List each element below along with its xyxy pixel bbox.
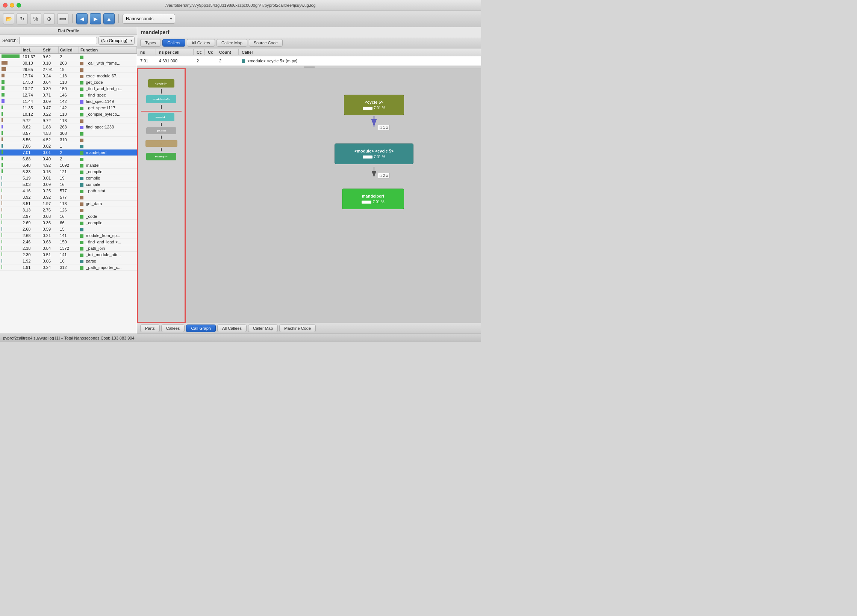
func-icon: [80, 88, 84, 91]
table-row[interactable]: 8.57 4.53 308: [0, 130, 137, 137]
mini-node-mandelperf: mandelperf: [146, 153, 176, 161]
table-row[interactable]: 2.68 0.59 15: [0, 226, 137, 233]
row-called: 19: [58, 175, 79, 181]
search-input[interactable]: [19, 37, 97, 44]
table-row[interactable]: 13.27 0.39 150 _find_and_load_u...: [0, 86, 137, 92]
table-row[interactable]: 9.72 9.72 118: [0, 117, 137, 124]
row-self: 0.01: [41, 150, 59, 156]
row-func: _find_and_load <...: [79, 239, 136, 245]
table-row[interactable]: 30.10 0.10 203 _call_with_frame...: [0, 60, 137, 66]
table-row[interactable]: 12.74 0.71 146 _find_spec: [0, 92, 137, 99]
table-row[interactable]: 11.44 0.09 142 find_spec:1149: [0, 99, 137, 105]
table-row[interactable]: 8.82 1.83 263 find_spec:1233: [0, 124, 137, 130]
table-row[interactable]: 2.69 0.36 66 _compile: [0, 220, 137, 226]
table-row[interactable]: 1.92 0.06 16 parse: [0, 258, 137, 264]
table-row[interactable]: 8.56 4.52 310: [0, 137, 137, 143]
row-func: _find_and_load_u...: [79, 86, 136, 92]
call-count-1x: □ 1 x: [378, 125, 390, 130]
maximize-button[interactable]: [17, 3, 21, 8]
row-incl: 12.74: [21, 92, 41, 99]
row-incl: 29.65: [21, 66, 41, 73]
row-called: 16: [58, 181, 79, 188]
table-row[interactable]: 5.03 0.09 16 compile: [0, 181, 137, 188]
back-button[interactable]: ◀: [76, 13, 88, 25]
percent-button[interactable]: %: [30, 13, 41, 25]
table-row[interactable]: 17.50 0.64 118 get_code: [0, 79, 137, 86]
caller-cc2: [205, 60, 216, 62]
col-self[interactable]: Self: [41, 46, 59, 54]
row-incl: 2.30: [21, 252, 41, 258]
btab-all-callees[interactable]: All Callees: [217, 324, 247, 332]
refresh-button[interactable]: ↻: [17, 13, 28, 25]
table-row[interactable]: 17.74 0.24 118 exec_module:67...: [0, 73, 137, 79]
table-row[interactable]: 2.38 0.84 1372 _path_join: [0, 245, 137, 252]
up-button[interactable]: ▲: [104, 13, 114, 25]
table-row[interactable]: 10.12 0.22 118 _compile_byteco...: [0, 111, 137, 117]
forward-button[interactable]: ▶: [90, 13, 101, 25]
mini-node-module: <module><cy5>: [146, 95, 176, 103]
func-icon: [80, 228, 84, 232]
node-cycle5-pct-val: 7.01 %: [374, 106, 385, 110]
row-func: _compile: [79, 220, 136, 226]
move-button[interactable]: ⊕: [43, 13, 55, 25]
table-row[interactable]: 3.92 3.92 577: [0, 194, 137, 201]
func-icon: [80, 62, 84, 65]
table-row[interactable]: 29.65 27.91 19: [0, 66, 137, 73]
row-called: 150: [58, 86, 79, 92]
table-row[interactable]: 4.16 0.25 577 _path_stat: [0, 188, 137, 194]
table-row[interactable]: 2.97 0.03 16 _code: [0, 213, 137, 220]
close-button[interactable]: [3, 3, 8, 8]
row-func: compile: [79, 175, 136, 181]
call-count-2x: □ 2 x: [378, 173, 390, 178]
node-cycle5[interactable]: <cycle 5> 7.01 %: [344, 95, 404, 115]
table-row[interactable]: 2.46 0.63 150 _find_and_load <...: [0, 239, 137, 245]
row-func: [79, 54, 136, 60]
main-graph[interactable]: <cycle 5> 7.01 % □ 1 x <module> <cycle 5…: [186, 68, 481, 323]
col-function[interactable]: Function: [79, 46, 136, 54]
col-incl[interactable]: Incl.: [21, 46, 41, 54]
table-row[interactable]: 5.19 0.01 19 compile: [0, 175, 137, 181]
tab-callee-map[interactable]: Callee Map: [217, 39, 248, 46]
btab-call-graph[interactable]: Call Graph: [186, 324, 216, 332]
minimize-button[interactable]: [10, 3, 14, 8]
toolbar: 📂 ↻ % ⊕ ⟺ ◀ ▶ ▲ Nanoseconds ▼: [0, 11, 481, 27]
table-row[interactable]: 3.51 1.97 118 get_data: [0, 201, 137, 207]
folder-button[interactable]: 📂: [3, 13, 14, 25]
units-dropdown[interactable]: Nanoseconds: [122, 14, 175, 24]
row-incl: 6.88: [21, 156, 41, 162]
row-incl: 5.19: [21, 175, 41, 181]
tab-types[interactable]: Types: [140, 39, 161, 46]
btab-machine-code[interactable]: Machine Code: [279, 324, 316, 332]
grouping-select[interactable]: (No Grouping): [99, 36, 135, 45]
resize-handle[interactable]: [137, 66, 481, 68]
table-row[interactable]: 1.91 0.24 312 _path_importer_c...: [0, 264, 137, 271]
col-called[interactable]: Called: [58, 46, 79, 54]
tab-callers[interactable]: Callers: [162, 39, 185, 46]
row-func: find_spec:1149: [79, 99, 136, 105]
table-row[interactable]: 101.67 9.62 2: [0, 54, 137, 60]
search-label: Search:: [2, 38, 18, 43]
col-bar[interactable]: [0, 46, 21, 54]
table-row[interactable]: 6.48 4.92 1092 mandel: [0, 162, 137, 169]
table-row[interactable]: 7.06 0.02 1: [0, 143, 137, 150]
node-module-cycle5[interactable]: <module> <cycle 5> 7.01 %: [334, 144, 413, 164]
table-row[interactable]: 11.35 0.47 142 _get_spec:1117: [0, 105, 137, 111]
callers-row[interactable]: 7.01 4 691 000 2 2 <module> <cycle 5> (m…: [137, 56, 481, 66]
row-bar: [0, 220, 21, 226]
btab-callees[interactable]: Callees: [161, 324, 185, 332]
tab-source-code[interactable]: Source Code: [249, 39, 283, 46]
table-row[interactable]: 5.33 0.15 121 _compile: [0, 169, 137, 175]
table-row[interactable]: 2.68 0.21 141 module_from_sp...: [0, 233, 137, 239]
table-row[interactable]: 6.88 0.40 2: [0, 156, 137, 162]
row-bar: [0, 175, 21, 181]
btab-parts[interactable]: Parts: [140, 324, 160, 332]
table-row[interactable]: 3.13 2.76 126: [0, 207, 137, 213]
arrows-button[interactable]: ⟺: [57, 13, 68, 25]
table-row[interactable]: 7.01 0.01 2 mandelperf: [0, 150, 137, 156]
mini-conn1: [161, 89, 162, 94]
tab-all-callers[interactable]: All Callers: [187, 39, 215, 46]
btab-caller-map[interactable]: Caller Map: [248, 324, 278, 332]
table-row[interactable]: 2.30 0.51 141 _init_module_attr...: [0, 252, 137, 258]
node-mandelperf[interactable]: mandelperf 7.01 %: [342, 188, 404, 209]
caller-count: 2: [216, 58, 239, 64]
